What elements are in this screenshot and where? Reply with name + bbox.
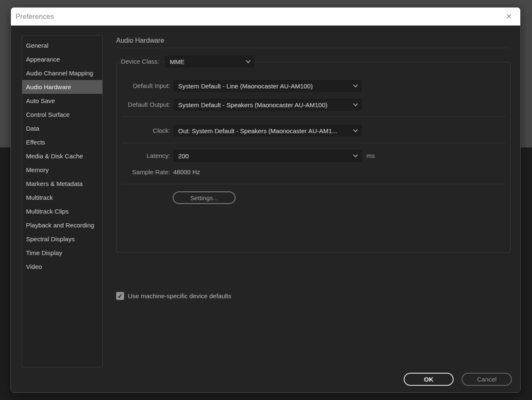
chevron-down-icon [353,101,358,106]
sidebar-item-multitrack[interactable]: Multitrack [22,191,102,204]
cancel-button[interactable]: Cancel [462,373,512,386]
latency-value: 200 [178,152,354,160]
latency-dropdown[interactable]: 200 [174,150,362,162]
ok-button[interactable]: OK [404,373,454,386]
sidebar-item-effects[interactable]: Effects [22,135,102,149]
sidebar-item-spectral-displays[interactable]: Spectral Displays [22,232,102,246]
default-input-label: Default Input: [116,80,170,92]
device-class-label: Device Class: [117,56,162,67]
device-class-value: MME [170,58,247,65]
machine-defaults-row: ✓ Use machine-specific device defaults [116,292,231,300]
sidebar-item-memory[interactable]: Memory [22,163,102,177]
sidebar-item-media-disk-cache[interactable]: Media & Disk Cache [22,149,102,163]
sidebar-item-audio-hardware[interactable]: Audio Hardware [22,80,102,94]
page-title: Audio Hardware [116,37,164,44]
preferences-category-list: General Appearance Audio Channel Mapping… [22,36,103,367]
clock-value: Out: System Default - Speakers (Maonocas… [178,127,354,134]
sidebar-item-general[interactable]: General [22,39,102,52]
default-input-value: System Default - Line (Maonocaster AU-AM… [178,83,354,90]
preferences-dialog: Preferences ✕ General Appearance Audio C… [10,7,521,393]
chevron-down-icon [353,127,358,132]
sidebar-item-multitrack-clips[interactable]: Multitrack Clips [22,204,102,218]
titlebar: Preferences ✕ [11,8,520,26]
default-output-dropdown[interactable]: System Default - Speakers (Maonocaster A… [174,99,362,111]
latency-unit: ms [366,150,375,162]
sidebar-item-video[interactable]: Video [22,260,102,274]
divider [122,184,506,184]
sample-rate-value: 48000 Hz [173,168,200,177]
divider [122,116,506,117]
chevron-down-icon [246,58,250,63]
default-input-dropdown[interactable]: System Default - Line (Maonocaster AU-AM… [174,80,362,92]
machine-defaults-label: Use machine-specific device defaults [128,292,231,299]
sidebar-item-appearance[interactable]: Appearance [22,52,102,66]
screen: Preferences ✕ General Appearance Audio C… [0,0,532,400]
default-output-value: System Default - Speakers (Maonocaster A… [178,101,354,108]
settings-button[interactable]: Settings... [173,191,236,204]
machine-defaults-checkbox[interactable]: ✓ [116,292,124,300]
device-class-dropdown[interactable]: MME [165,56,254,67]
clock-label: Clock: [116,125,170,137]
sidebar-item-auto-save[interactable]: Auto Save [22,94,102,108]
sidebar-item-playback-recording[interactable]: Playback and Recording [22,218,102,232]
latency-label: Latency: [116,150,170,162]
sidebar-item-audio-channel-mapping[interactable]: Audio Channel Mapping [22,66,102,80]
dialog-title: Preferences [16,13,54,21]
chevron-down-icon [353,152,358,157]
close-icon[interactable]: ✕ [500,8,518,26]
default-output-label: Default Output: [116,99,170,111]
chevron-down-icon [353,83,358,87]
sidebar-item-data[interactable]: Data [22,121,102,135]
dialog-body: General Appearance Audio Channel Mapping… [11,26,520,393]
sidebar-item-markers-metadata[interactable]: Markers & Metadata [22,177,102,191]
header-divider [116,48,509,48]
divider [122,143,506,143]
sidebar-item-time-display[interactable]: Time Display [22,246,102,260]
clock-dropdown[interactable]: Out: System Default - Speakers (Maonocas… [174,125,362,137]
sidebar-item-control-surface[interactable]: Control Surface [22,108,102,121]
sample-rate-label: Sample Rate: [116,168,170,177]
